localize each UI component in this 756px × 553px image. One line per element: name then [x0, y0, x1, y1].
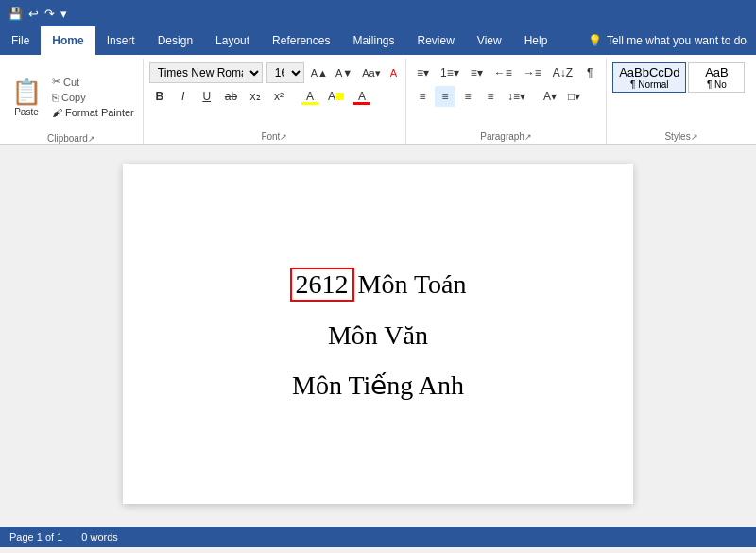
- copy-button[interactable]: ⎘ Copy: [49, 91, 137, 104]
- font-shrink-button[interactable]: A▼: [333, 65, 355, 80]
- paragraph-label: Paragraph ↗: [412, 130, 600, 142]
- tell-me-box[interactable]: 💡 Tell me what you want to do: [578, 26, 756, 55]
- menu-design[interactable]: Design: [146, 26, 204, 55]
- show-formatting-button[interactable]: ¶: [579, 62, 600, 83]
- format-painter-button[interactable]: 🖌 Format Painter: [49, 106, 137, 119]
- subscript-button[interactable]: x₂: [245, 86, 266, 107]
- justify-button[interactable]: ≡: [480, 86, 501, 107]
- title-bar: 💾 ↩ ↷ ▾: [0, 0, 756, 26]
- font-grow-button[interactable]: A▲: [308, 65, 331, 80]
- menu-view[interactable]: View: [466, 26, 513, 55]
- styles-expand-icon[interactable]: ↗: [691, 132, 698, 142]
- cut-button[interactable]: ✂ Cut: [49, 75, 137, 89]
- bold-button[interactable]: B: [149, 86, 170, 107]
- menu-mailings[interactable]: Mailings: [341, 26, 405, 55]
- paste-button[interactable]: 📋 Paste: [6, 76, 47, 119]
- align-left-button[interactable]: ≡: [412, 86, 433, 107]
- multilevel-button[interactable]: ≡▾: [466, 62, 488, 83]
- menu-file[interactable]: File: [0, 26, 41, 55]
- customize-icon[interactable]: ▾: [60, 7, 67, 21]
- cut-icon: ✂: [52, 76, 60, 88]
- font-name-select[interactable]: Times New Roma: [149, 62, 263, 83]
- menu-help[interactable]: Help: [513, 26, 559, 55]
- align-center-button[interactable]: ≡: [435, 86, 455, 107]
- align-right-button[interactable]: ≡: [457, 86, 478, 107]
- menu-references[interactable]: References: [261, 26, 341, 55]
- font-size-select[interactable]: 16: [266, 62, 304, 83]
- clipboard-group: 📋 Paste ✂ Cut ⎘ Copy 🖌 Format Painter C: [0, 59, 144, 144]
- undo-icon[interactable]: ↩: [28, 7, 39, 21]
- font-expand-icon[interactable]: ↗: [280, 132, 287, 142]
- font-group: Times New Roma 16 A▲ A▼ Aa▾ A B I U ab x…: [144, 59, 406, 144]
- underline-button[interactable]: U: [197, 86, 217, 107]
- clear-format-button[interactable]: A: [387, 65, 400, 80]
- save-icon[interactable]: 💾: [8, 7, 23, 21]
- numbering-button[interactable]: 1≡▾: [436, 62, 464, 83]
- ribbon: 📋 Paste ✂ Cut ⎘ Copy 🖌 Format Painter C: [0, 55, 756, 145]
- highlighted-text: 2612: [290, 268, 354, 302]
- redo-icon[interactable]: ↷: [44, 7, 55, 21]
- line-1: 2612 Môn Toán: [290, 268, 467, 302]
- italic-button[interactable]: I: [173, 86, 194, 107]
- styles-group: AaBbCcDd ¶ Normal AaB ¶ No Styles ↗: [607, 59, 756, 144]
- copy-icon: ⎘: [52, 92, 59, 103]
- clipboard-right: ✂ Cut ⎘ Copy 🖌 Format Painter: [49, 75, 137, 119]
- shading-button[interactable]: A▾: [539, 86, 561, 107]
- paste-label: Paste: [14, 107, 39, 117]
- text-color-button[interactable]: A: [300, 86, 320, 107]
- increase-indent-button[interactable]: →≡: [519, 62, 546, 83]
- line-3: Môn Tiếng Anh: [292, 370, 464, 401]
- decrease-indent-button[interactable]: ←≡: [490, 62, 517, 83]
- strikethrough-button[interactable]: ab: [220, 86, 242, 107]
- superscript-button[interactable]: x²: [268, 86, 289, 107]
- font-label: Font ↗: [149, 130, 400, 142]
- clipboard-expand-icon[interactable]: ↗: [88, 134, 95, 144]
- menu-insert[interactable]: Insert: [95, 26, 146, 55]
- page-info: Page 1 of 1: [9, 531, 62, 543]
- menu-bar: File Home Insert Design Layout Reference…: [0, 26, 756, 55]
- menu-layout[interactable]: Layout: [204, 26, 261, 55]
- paint-brush-icon: 🖌: [52, 107, 62, 118]
- line1-rest: Môn Toán: [358, 269, 467, 300]
- tell-me-text: Tell me what you want to do: [607, 34, 747, 47]
- font-case-button[interactable]: Aa▾: [359, 65, 383, 81]
- font-color-button[interactable]: A: [352, 86, 372, 107]
- word-count: 0 words: [81, 531, 118, 543]
- borders-button[interactable]: □▾: [563, 86, 585, 107]
- clipboard-label: Clipboard ↗: [6, 131, 137, 144]
- style-normal[interactable]: AaBbCcDd ¶ Normal: [612, 62, 686, 93]
- highlight-button[interactable]: A: [323, 86, 349, 107]
- status-bar: Page 1 of 1 0 words: [0, 527, 756, 547]
- paragraph-expand-icon[interactable]: ↗: [524, 132, 532, 142]
- paste-icon: 📋: [11, 78, 42, 107]
- paragraph-group: ≡▾ 1≡▾ ≡▾ ←≡ →≡ A↓Z ¶ ≡ ≡ ≡ ≡ ↕≡▾ A▾ □▾ …: [406, 59, 607, 144]
- line-spacing-button[interactable]: ↕≡▾: [503, 86, 530, 107]
- line-2: Môn Văn: [328, 320, 428, 351]
- styles-label: Styles ↗: [612, 130, 750, 142]
- menu-home[interactable]: Home: [41, 26, 94, 55]
- sort-button[interactable]: A↓Z: [548, 62, 577, 83]
- document-page: 2612 Môn Toán Môn Văn Môn Tiếng Anh: [123, 164, 633, 504]
- lightbulb-icon: 💡: [588, 34, 602, 47]
- style-no-spacing[interactable]: AaB ¶ No: [688, 62, 745, 93]
- menu-review[interactable]: Review: [405, 26, 465, 55]
- bullets-button[interactable]: ≡▾: [412, 62, 434, 83]
- document-area: 2612 Môn Toán Môn Văn Môn Tiếng Anh: [0, 145, 756, 527]
